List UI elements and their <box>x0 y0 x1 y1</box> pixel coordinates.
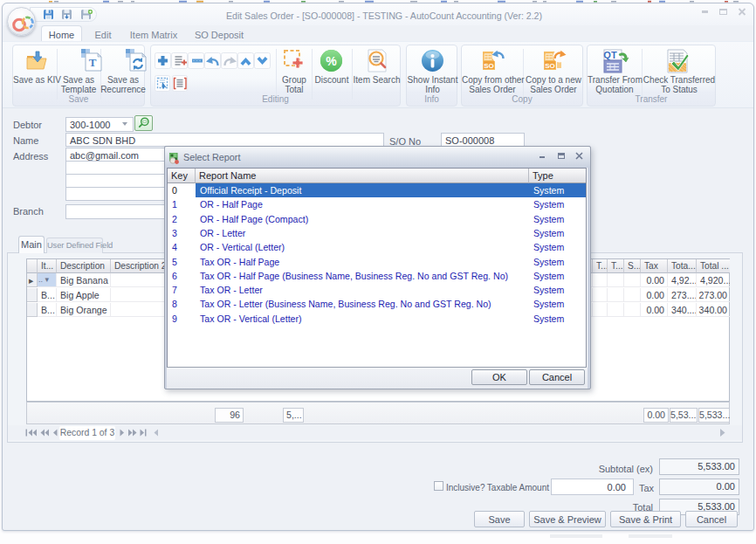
svg-text:%: % <box>326 54 337 68</box>
svg-text:QT: QT <box>603 50 617 60</box>
svg-text:SO: SO <box>484 62 494 70</box>
svg-text:T: T <box>89 56 97 69</box>
svg-text:SO: SO <box>545 62 555 70</box>
